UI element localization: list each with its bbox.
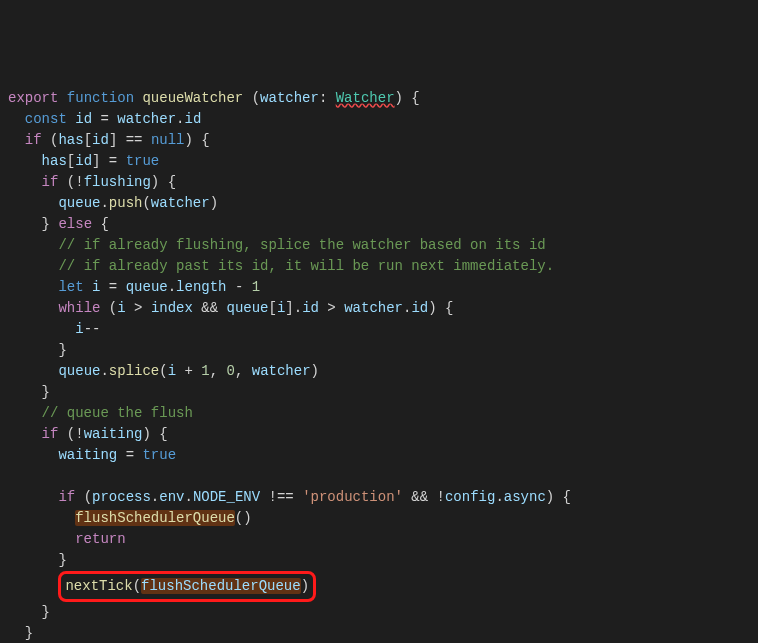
code-line: waiting = true <box>8 447 176 463</box>
code-line: } <box>8 604 50 620</box>
code-line: } <box>8 625 33 641</box>
code-line: queue.push(watcher) <box>8 195 218 211</box>
code-line: // if already past its id, it will be ru… <box>8 258 554 274</box>
code-line: i-- <box>8 321 100 337</box>
code-line: const id = watcher.id <box>8 111 201 127</box>
code-line: if (has[id] == null) { <box>8 132 210 148</box>
code-line: let i = queue.length - 1 <box>8 279 260 295</box>
code-line: flushSchedulerQueue() <box>8 510 252 526</box>
code-line: export function queueWatcher (watcher: W… <box>8 90 420 106</box>
code-line: } else { <box>8 216 109 232</box>
code-line: if (process.env.NODE_ENV !== 'production… <box>8 489 571 505</box>
code-line: while (i > index && queue[i].id > watche… <box>8 300 453 316</box>
code-line: has[id] = true <box>8 153 159 169</box>
code-line: // if already flushing, splice the watch… <box>8 237 546 253</box>
code-line: if (!flushing) { <box>8 174 176 190</box>
code-line: } <box>8 342 67 358</box>
code-line: // queue the flush <box>8 405 193 421</box>
highlighted-call: nextTick(flushSchedulerQueue) <box>8 578 316 594</box>
code-line: queue.splice(i + 1, 0, watcher) <box>8 363 319 379</box>
code-editor: export function queueWatcher (watcher: W… <box>8 88 750 643</box>
code-line: return <box>8 531 126 547</box>
code-line: } <box>8 552 67 568</box>
code-line: } <box>8 384 50 400</box>
code-line: if (!waiting) { <box>8 426 168 442</box>
code-line <box>8 468 16 484</box>
